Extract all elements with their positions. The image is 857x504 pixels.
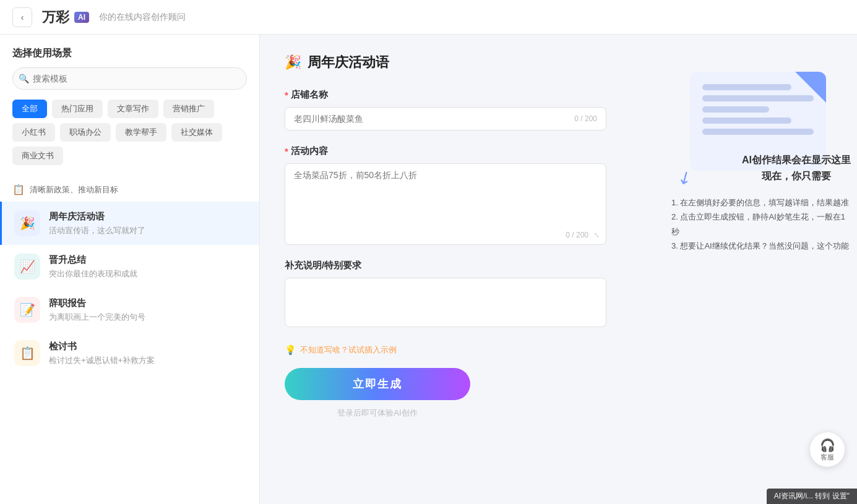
main-layout: 选择使用场景 🔍 全部 热门应用 文章写作 营销推广 小红书 职场办公 教学帮手…	[0, 35, 857, 504]
template-desc-anniversary: 活动宣传语，这么写就对了	[49, 225, 247, 236]
policy-icon: 📋	[12, 184, 25, 195]
required-star-store: *	[285, 90, 288, 100]
activity-textarea-wrapper: 0 / 200 ⤡	[285, 163, 606, 245]
hint-row: 💡 不知道写啥？试试插入示例	[285, 344, 606, 356]
template-name-review: 检讨书	[49, 341, 247, 352]
tag-business[interactable]: 商业文书	[12, 147, 63, 165]
template-info-promotion: 晋升总结 突出你最佳的表现和成就	[49, 254, 247, 280]
ai-caption: AI创作结果会在显示这里 现在，你只需要	[742, 152, 851, 184]
tag-xiaohongshu[interactable]: 小红书	[12, 123, 55, 142]
form-emoji: 🎉	[285, 54, 301, 70]
illus-line-4	[702, 117, 791, 124]
watermark-text: AI资讯网/i... 转到 设置"	[774, 492, 850, 500]
template-info-review: 检讨书 检讨过失+诚恩认错+补救方案	[49, 341, 247, 366]
store-name-field: * 店铺名称 0 / 200	[285, 89, 606, 130]
customer-service-button[interactable]: 🎧 客服	[810, 432, 845, 467]
activity-content-label: * 活动内容	[285, 145, 606, 157]
illus-line-2	[702, 95, 814, 101]
header-subtitle: 你的在线内容创作顾问	[99, 12, 186, 23]
hint-icon: 💡	[285, 344, 296, 356]
illus-line-3	[702, 106, 769, 113]
template-name-promotion: 晋升总结	[49, 254, 247, 266]
cs-label: 客服	[820, 453, 834, 462]
login-hint: 登录后即可体验AI创作	[285, 408, 470, 419]
form-title: 周年庆活动语	[308, 53, 389, 72]
logo-area: 万彩 AI	[42, 8, 89, 27]
template-item-resignation[interactable]: 📝 辞职报告 为离职画上一个完美的句号	[0, 288, 259, 331]
illus-line-5	[702, 129, 814, 135]
cs-icon: 🎧	[820, 438, 835, 453]
template-desc-review: 检讨过失+诚恩认错+补救方案	[49, 355, 247, 366]
policy-item: 📋 清晰新政策、推动新目标	[0, 177, 259, 202]
policy-label: 清晰新政策、推动新目标	[30, 184, 118, 195]
sidebar-title: 选择使用场景	[0, 35, 259, 67]
ai-caption-line1: AI创作结果会在显示这里	[742, 152, 851, 168]
store-name-input-wrapper: 0 / 200	[285, 107, 606, 130]
logo-text: 万彩	[42, 8, 69, 27]
template-icon-anniversary: 🎉	[14, 210, 40, 236]
logo-ai-badge: AI	[74, 12, 89, 23]
generate-button[interactable]: 立即生成	[285, 368, 470, 400]
ai-step-2: 2. 点击立即生成按钮，静待AI妙笔生花，一般在1秒	[671, 210, 851, 239]
store-name-char-count: 0 / 200	[574, 114, 597, 123]
back-icon: ‹	[21, 12, 24, 22]
template-list: 📋 清晰新政策、推动新目标 🎉 周年庆活动语 活动宣传语，这么写就对了 📈 晋升…	[0, 173, 259, 504]
resize-handle[interactable]: ⤡	[593, 231, 600, 239]
template-info-anniversary: 周年庆活动语 活动宣传语，这么写就对了	[49, 211, 247, 236]
store-name-input[interactable]	[294, 114, 574, 124]
illus-line-1	[702, 84, 791, 90]
tag-all[interactable]: 全部	[12, 100, 47, 118]
template-item-promotion[interactable]: 📈 晋升总结 突出你最佳的表现和成就	[0, 245, 259, 288]
tag-social[interactable]: 社交媒体	[171, 123, 222, 142]
header: ‹ 万彩 AI 你的在线内容创作顾问	[0, 0, 857, 35]
ai-steps: 1. 在左侧填好必要的信息，填写越详细，结果越准 2. 点击立即生成按钮，静待A…	[671, 195, 851, 254]
required-star-activity: *	[285, 146, 288, 156]
sidebar: 选择使用场景 🔍 全部 热门应用 文章写作 营销推广 小红书 职场办公 教学帮手…	[0, 35, 260, 504]
supplement-field: 补充说明/特别要求	[285, 260, 606, 330]
hint-label: 不知道写啥？试试插入示例	[300, 344, 397, 356]
tag-office[interactable]: 职场办公	[60, 123, 111, 142]
template-icon-promotion: 📈	[14, 254, 40, 280]
activity-content-textarea[interactable]	[285, 164, 606, 226]
template-icon-review: 📋	[14, 340, 40, 366]
activity-char-count: 0 / 200	[566, 231, 588, 239]
store-name-label: * 店铺名称	[285, 89, 606, 101]
textarea-footer: 0 / 200 ⤡	[285, 228, 606, 244]
template-item-anniversary[interactable]: 🎉 周年庆活动语 活动宣传语，这么写就对了	[0, 202, 259, 245]
tag-article[interactable]: 文章写作	[108, 100, 158, 118]
back-button[interactable]: ‹	[12, 7, 32, 27]
content-area: 🎉 周年庆活动语 * 店铺名称 0 / 200 * 活动内容 0 /	[260, 35, 659, 504]
supplement-textarea[interactable]	[285, 278, 606, 327]
hint-link[interactable]: 💡 不知道写啥？试试插入示例	[285, 344, 606, 356]
tag-marketing[interactable]: 营销推广	[163, 100, 214, 118]
watermark-bar: AI资讯网/i... 转到 设置"	[767, 489, 857, 504]
template-name-resignation: 辞职报告	[49, 297, 247, 309]
template-desc-promotion: 突出你最佳的表现和成就	[49, 268, 247, 280]
tag-teaching[interactable]: 教学帮手	[116, 123, 166, 142]
search-input[interactable]	[12, 67, 247, 90]
tag-hot[interactable]: 热门应用	[52, 100, 103, 118]
ai-step-1: 1. 在左侧填好必要的信息，填写越详细，结果越准	[671, 195, 851, 210]
template-item-review[interactable]: 📋 检讨书 检讨过失+诚恩认错+补救方案	[0, 331, 259, 375]
category-tags: 全部 热门应用 文章写作 营销推广 小红书 职场办公 教学帮手 社交媒体 商业文…	[0, 100, 259, 173]
form-header: 🎉 周年庆活动语	[285, 53, 634, 72]
template-desc-resignation: 为离职画上一个完美的句号	[49, 312, 247, 323]
supplement-label: 补充说明/特别要求	[285, 260, 606, 271]
search-box: 🔍	[12, 67, 247, 90]
ai-caption-line2: 现在，你只需要	[742, 168, 851, 184]
search-icon: 🔍	[19, 74, 29, 83]
activity-content-field: * 活动内容 0 / 200 ⤡	[285, 145, 606, 245]
template-icon-resignation: 📝	[14, 297, 40, 323]
template-name-anniversary: 周年庆活动语	[49, 211, 247, 223]
ai-step-3: 3. 想要让AI继续优化结果？当然没问题，这个功能	[671, 239, 851, 253]
template-info-resignation: 辞职报告 为离职画上一个完美的句号	[49, 297, 247, 323]
illus-lines	[690, 72, 826, 152]
